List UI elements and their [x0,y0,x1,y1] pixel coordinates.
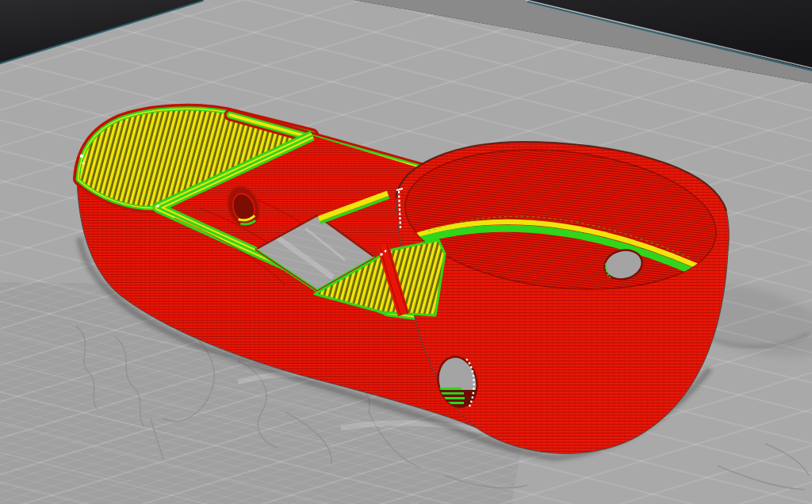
seam-dot [80,155,84,158]
seam-dot [380,253,383,256]
slicer-3d-viewport[interactable] [0,0,812,504]
seam-dot [156,204,159,208]
seam-dot [82,162,84,164]
green-bar [438,388,462,390]
seam-dot [385,250,387,253]
